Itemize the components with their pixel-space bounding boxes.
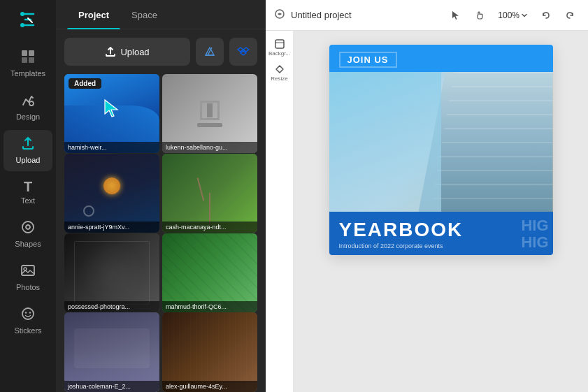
- upload-icon: [20, 136, 36, 153]
- background-tool-icon: [274, 38, 285, 50]
- resize-tool-btn[interactable]: Resize: [268, 61, 291, 84]
- svg-rect-3: [29, 50, 34, 56]
- added-badge-1: Added: [69, 78, 101, 89]
- image-grid: Added hamish-weir... lukenn-sabellano-gu…: [56, 71, 266, 392]
- grid-item-4[interactable]: cash-macanaya-ndt...: [162, 154, 257, 233]
- background-tool-label: Backgr...: [268, 50, 290, 57]
- canvas-page: JOIN US YEARBOOK Introduction of 2022 co…: [329, 45, 553, 255]
- sidebar-item-text[interactable]: T Text: [3, 174, 52, 211]
- image-label-2: lukenn-sabellano-gu...: [162, 142, 257, 153]
- hand-tool-btn[interactable]: [470, 6, 489, 25]
- toolbar-actions: 100%: [446, 6, 580, 25]
- google-drive-button[interactable]: [196, 38, 224, 66]
- app-logo: [15, 7, 41, 32]
- cursor-tool-icon: [451, 10, 461, 20]
- cursor-tool-btn[interactable]: [446, 6, 466, 25]
- tab-project[interactable]: Project: [67, 0, 120, 29]
- project-title: Untitled project: [291, 10, 440, 20]
- side-tools: Backgr... Resize: [266, 31, 294, 392]
- svg-point-1: [20, 23, 24, 27]
- sidebar-item-templates[interactable]: Templates: [3, 43, 52, 84]
- zoom-control[interactable]: 100%: [494, 8, 532, 23]
- svg-point-7: [22, 222, 34, 233]
- sidebar-item-photos[interactable]: Photos: [3, 257, 52, 298]
- canvas-area: Untitled project 100%: [266, 0, 588, 392]
- canvas-toolbar: Untitled project 100%: [266, 0, 588, 31]
- resize-tool-label: Resize: [271, 75, 287, 82]
- redo-icon: [565, 10, 575, 20]
- image-label-6: mahmud-thorif-QC6...: [162, 301, 257, 312]
- tab-space[interactable]: Space: [120, 0, 168, 29]
- text-icon: T: [24, 180, 32, 194]
- image-label-1: hamish-weir...: [64, 142, 159, 153]
- image-label-8: alex-guillaume-4sEy...: [162, 381, 257, 392]
- yearbook-title: YEARBOOK: [339, 220, 543, 240]
- design-top: JOIN US: [329, 45, 553, 72]
- resize-tool-icon: [274, 64, 285, 75]
- sidebar-item-design-label: Design: [16, 112, 40, 122]
- svg-rect-2: [22, 50, 27, 56]
- design-image-area: [329, 72, 553, 212]
- sidebar-item-design[interactable]: Design: [3, 87, 52, 127]
- sidebar-item-stickers-label: Stickers: [14, 326, 41, 335]
- undo-btn[interactable]: [536, 6, 556, 25]
- image-label-5: possessed-photogra...: [64, 301, 159, 312]
- upload-row: Upload: [56, 29, 266, 71]
- upload-button[interactable]: Upload: [64, 38, 190, 66]
- grid-item-1[interactable]: Added hamish-weir...: [64, 74, 159, 153]
- canvas-body: Backgr... Resize JOIN US: [266, 31, 588, 392]
- sidebar: Templates Design Upload T Text: [0, 0, 56, 392]
- image-label-3: annie-spratt-jY9mXv...: [64, 222, 159, 233]
- redo-btn[interactable]: [560, 6, 580, 25]
- dropbox-button[interactable]: [229, 38, 257, 66]
- canvas-site-icon: [274, 8, 285, 22]
- svg-point-6: [29, 101, 34, 106]
- grid-item-5[interactable]: possessed-photogra...: [64, 233, 159, 312]
- grid-item-7[interactable]: joshua-coleman-E_2...: [64, 312, 159, 391]
- drive-icon: [203, 45, 216, 58]
- yearbook-subtitle: Introduction of 2022 corporate events: [339, 242, 543, 249]
- shapes-icon: [20, 219, 36, 237]
- sidebar-item-text-label: Text: [21, 196, 35, 205]
- svg-rect-9: [22, 266, 34, 275]
- svg-marker-16: [452, 11, 459, 20]
- svg-point-13: [29, 312, 31, 313]
- chevron-down-icon: [521, 12, 528, 19]
- photos-icon: [20, 263, 36, 280]
- svg-rect-5: [29, 57, 34, 63]
- upload-btn-icon: [105, 46, 116, 57]
- svg-point-8: [26, 225, 30, 229]
- grid-item-8[interactable]: alex-guillaume-4sEy...: [162, 312, 257, 391]
- grid-item-3[interactable]: annie-spratt-jY9mXv...: [64, 154, 159, 233]
- image-label-4: cash-macanaya-ndt...: [162, 222, 257, 233]
- design-bottom: YEARBOOK Introduction of 2022 corporate …: [329, 212, 553, 255]
- canvas-content[interactable]: JOIN US YEARBOOK Introduction of 2022 co…: [294, 31, 588, 392]
- sidebar-item-shapes-label: Shapes: [15, 240, 41, 249]
- dropbox-icon: [237, 45, 250, 58]
- sky-overlay: [329, 72, 441, 212]
- svg-point-11: [22, 308, 34, 319]
- sidebar-item-photos-label: Photos: [16, 283, 40, 292]
- zoom-level: 100%: [498, 10, 519, 20]
- middle-panel: Project Space Upload: [56, 0, 266, 392]
- sidebar-item-upload[interactable]: Upload: [3, 130, 52, 170]
- background-tool-btn[interactable]: Backgr...: [268, 36, 291, 59]
- svg-point-12: [25, 312, 27, 313]
- grid-item-6[interactable]: mahmud-thorif-QC6...: [162, 233, 257, 312]
- stickers-icon: [20, 306, 36, 324]
- sidebar-item-shapes[interactable]: Shapes: [3, 214, 52, 254]
- high-text: HIGHIG: [517, 213, 552, 255]
- svg-rect-4: [22, 57, 27, 63]
- grid-item-2[interactable]: lukenn-sabellano-gu...: [162, 74, 257, 153]
- hand-tool-icon: [475, 10, 485, 20]
- undo-icon: [541, 10, 551, 20]
- sidebar-item-templates-label: Templates: [10, 69, 45, 78]
- sidebar-item-stickers[interactable]: Stickers: [3, 300, 52, 341]
- sidebar-item-upload-label: Upload: [16, 156, 41, 165]
- svg-point-0: [20, 12, 24, 16]
- design-icon: [20, 92, 36, 110]
- image-label-7: joshua-coleman-E_2...: [64, 381, 159, 392]
- templates-icon: [20, 49, 36, 66]
- join-us-badge: JOIN US: [339, 52, 397, 68]
- building-background: [329, 72, 553, 212]
